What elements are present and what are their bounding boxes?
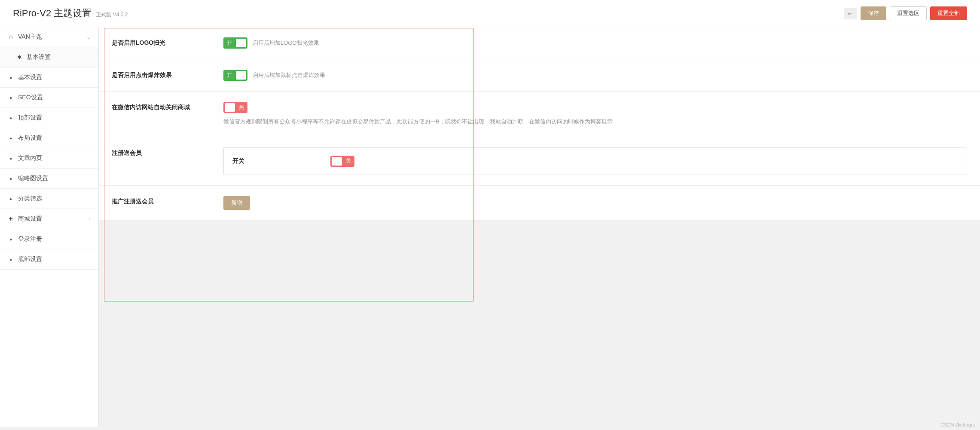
sidebar-item-basic-sub[interactable]: 基本设置 [0, 47, 98, 68]
toggle-knob [225, 103, 235, 112]
sidebar-item-top[interactable]: 顶部设置 [0, 108, 98, 128]
main-layout: VAN主题 ⌄ 基本设置 基本设置 SEO设置 顶部设置 布局设置 文章内页 [0, 27, 980, 427]
collapse-button[interactable]: ⇤ [844, 8, 857, 19]
header-actions: ⇤ 保存 重置选区 重置全部 [844, 6, 967, 20]
bullet-icon [8, 156, 14, 161]
inner-label: 开关 [232, 157, 244, 165]
control-line: 开 启用后增加鼠标点击爆炸效果 [223, 70, 967, 81]
sidebar-item-label: VAN主题 [18, 33, 42, 41]
inner-box: 开关 关 [223, 147, 967, 175]
control-line: 开 启用后增加LOGO扫光效果 [223, 37, 967, 49]
toggle-knob [236, 71, 246, 80]
bullet-icon [8, 75, 14, 80]
sidebar-item-footer[interactable]: 底部设置 [0, 249, 98, 270]
version-label: 正式版 V4.0.2 [96, 11, 128, 18]
sidebar-item-seo[interactable]: SEO设置 [0, 88, 98, 108]
bullet-icon [8, 136, 14, 141]
field-label: 是否启用LOGO扫光 [112, 37, 223, 47]
toggle-logo-sweep[interactable]: 开 [223, 37, 247, 49]
toggle-wechat-close[interactable]: 关 [223, 102, 247, 113]
sidebar-item-label: 基本设置 [18, 74, 42, 81]
field-control: 开 启用后增加LOGO扫光效果 [223, 37, 967, 49]
reset-all-button[interactable]: 重置全部 [930, 6, 967, 20]
title-group: RiPro-V2 主题设置 正式版 V4.0.2 [13, 7, 128, 20]
field-wechat-close: 在微信内访网站自动关闭商城 关 微信官方规则限制所有公众号小程序等不允许存在虚拟… [99, 92, 980, 137]
bullet-icon [8, 176, 14, 181]
sidebar-item-label: SEO设置 [18, 94, 43, 101]
field-hint: 微信官方规则限制所有公众号小程序等不允许存在虚拟交易付款产品，此功能方便的一B，… [223, 117, 967, 126]
sidebar-item-label: 商城设置 [18, 215, 42, 223]
page-header: RiPro-V2 主题设置 正式版 V4.0.2 ⇤ 保存 重置选区 重置全部 [0, 0, 980, 27]
bullet-icon [8, 197, 14, 201]
field-invite-gift: 推广注册送会员 新增 [99, 186, 980, 221]
sidebar-item-basic[interactable]: 基本设置 [0, 68, 98, 88]
indent-icon: ⇤ [848, 10, 853, 17]
field-label: 注册送会员 [112, 147, 223, 157]
sidebar-item-label: 布局设置 [18, 134, 42, 142]
plus-icon [8, 216, 14, 222]
watermark: CSDN @efergrs [940, 422, 975, 427]
sidebar: VAN主题 ⌄ 基本设置 基本设置 SEO设置 顶部设置 布局设置 文章内页 [0, 27, 99, 427]
save-button[interactable]: 保存 [861, 6, 886, 20]
sidebar-item-thumbnail[interactable]: 缩略图设置 [0, 169, 98, 189]
sidebar-item-article[interactable]: 文章内页 [0, 148, 98, 169]
bullet-icon [8, 237, 14, 242]
sidebar-item-label: 文章内页 [18, 154, 42, 162]
toggle-knob [236, 39, 246, 47]
toggle-off-text: 关 [346, 157, 351, 165]
field-hint: 启用后增加LOGO扫光效果 [253, 39, 319, 47]
field-label: 是否启用点击爆炸效果 [112, 70, 223, 79]
page-title: RiPro-V2 主题设置 [13, 7, 92, 20]
field-control: 开 启用后增加鼠标点击爆炸效果 [223, 70, 967, 81]
sidebar-item-category[interactable]: 分类筛选 [0, 189, 98, 209]
bullet-icon [8, 257, 14, 262]
field-label: 在微信内访网站自动关闭商城 [112, 102, 223, 111]
reset-section-button[interactable]: 重置选区 [890, 6, 927, 20]
toggle-click-explode[interactable]: 开 [223, 70, 247, 81]
chevron-right-icon: › [89, 216, 91, 222]
chevron-down-icon: ⌄ [86, 34, 91, 40]
control-line: 新增 [223, 196, 967, 210]
sidebar-item-label: 分类筛选 [18, 195, 42, 203]
sidebar-item-van-theme[interactable]: VAN主题 ⌄ [0, 27, 98, 47]
field-label: 推广注册送会员 [112, 196, 223, 206]
settings-panel: 是否启用LOGO扫光 开 启用后增加LOGO扫光效果 是否启用点击爆炸效果 [99, 27, 980, 221]
gear-icon [16, 54, 22, 60]
sidebar-item-label: 缩略图设置 [18, 175, 48, 182]
sidebar-item-shop[interactable]: 商城设置 › [0, 209, 98, 229]
field-logo-sweep: 是否启用LOGO扫光 开 启用后增加LOGO扫光效果 [99, 27, 980, 59]
field-control: 关 微信官方规则限制所有公众号小程序等不允许存在虚拟交易付款产品，此功能方便的一… [223, 102, 967, 126]
field-control: 新增 [223, 196, 967, 210]
toggle-on-text: 开 [227, 72, 232, 79]
field-hint: 启用后增加鼠标点击爆炸效果 [253, 71, 325, 79]
sidebar-item-label: 基本设置 [27, 53, 51, 61]
toggle-register-gift[interactable]: 关 [330, 156, 354, 167]
sidebar-item-label: 底部设置 [18, 255, 42, 263]
sidebar-item-label: 顶部设置 [18, 114, 42, 122]
toggle-off-text: 关 [239, 104, 244, 111]
field-click-explode: 是否启用点击爆炸效果 开 启用后增加鼠标点击爆炸效果 [99, 59, 980, 92]
sidebar-item-label: 登录注册 [18, 235, 42, 243]
field-register-gift: 注册送会员 开关 关 [99, 137, 980, 186]
control-line: 关 [223, 102, 967, 113]
home-icon [8, 33, 14, 41]
sidebar-item-layout[interactable]: 布局设置 [0, 128, 98, 148]
field-control: 开关 关 [223, 147, 967, 175]
add-button[interactable]: 新增 [223, 196, 250, 210]
bullet-icon [8, 116, 14, 120]
sidebar-item-login[interactable]: 登录注册 [0, 229, 98, 249]
content-area: 是否启用LOGO扫光 开 启用后增加LOGO扫光效果 是否启用点击爆炸效果 [99, 27, 980, 427]
bullet-icon [8, 95, 14, 100]
toggle-knob [332, 157, 342, 166]
toggle-on-text: 开 [227, 40, 232, 47]
